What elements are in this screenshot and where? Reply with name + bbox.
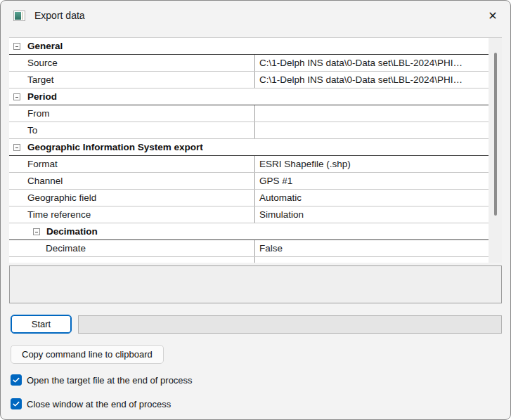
property-row-geographic-field[interactable]: Geographic field Automatic [9, 190, 489, 206]
property-value[interactable]: C:\1-Delph INS data\0-Data set\LBL-2024\… [255, 58, 464, 68]
property-label: Time reference [9, 209, 91, 220]
property-row-channel[interactable]: Channel GPS #1 [9, 173, 489, 190]
export-data-dialog: Export data ✕ General Source C:\1-Delph … [0, 0, 511, 420]
group-label: General [27, 41, 63, 51]
property-value[interactable]: C:\1-Delph INS data\0-Data set\LBL-2024\… [255, 74, 464, 85]
collapse-icon[interactable] [33, 228, 40, 235]
property-row-format[interactable]: Format ESRI Shapefile (.shp) [9, 156, 489, 173]
window-title: Export data [34, 10, 85, 21]
property-row-to[interactable]: To [9, 122, 489, 139]
group-row-general[interactable]: General [9, 38, 489, 55]
group-row-decimation[interactable]: Decimation [9, 223, 489, 240]
property-label: Decimate [9, 243, 86, 254]
close-window-checkbox-row[interactable]: Close window at the end of process [11, 398, 171, 409]
property-row-partial [9, 257, 489, 263]
scrollbar-thumb[interactable] [494, 53, 497, 216]
property-value[interactable]: Automatic [255, 192, 303, 203]
property-label: To [9, 125, 37, 136]
checkbox-label: Close window at the end of process [27, 399, 171, 409]
group-row-period[interactable]: Period [9, 88, 489, 105]
vertical-scrollbar[interactable] [489, 38, 502, 263]
property-row-time-reference[interactable]: Time reference Simulation [9, 206, 489, 223]
property-value[interactable]: ESRI Shapefile (.shp) [255, 159, 352, 169]
group-label: Decimation [46, 226, 98, 237]
start-button[interactable]: Start [11, 315, 72, 334]
group-row-gis-export[interactable]: Geographic Information System export [9, 139, 489, 156]
progress-bar [78, 315, 502, 334]
collapse-icon[interactable] [13, 93, 20, 100]
property-row-target[interactable]: Target C:\1-Delph INS data\0-Data set\LB… [9, 72, 489, 88]
status-log-box [9, 265, 502, 303]
property-value[interactable]: False [255, 243, 284, 254]
title-bar: Export data ✕ [1, 1, 510, 30]
property-row-source[interactable]: Source C:\1-Delph INS data\0-Data set\LB… [9, 55, 489, 72]
property-label: From [9, 108, 50, 119]
property-label: Channel [9, 176, 63, 186]
property-row-from[interactable]: From [9, 105, 489, 122]
open-target-file-checkbox-row[interactable]: Open the target file at the end of proce… [11, 374, 193, 386]
property-value[interactable]: Simulation [255, 209, 305, 220]
copy-command-line-button[interactable]: Copy command line to clipboard [11, 345, 164, 364]
checkbox-checked-icon[interactable] [11, 398, 22, 409]
property-label: Format [9, 159, 58, 169]
checkbox-label: Open the target file at the end of proce… [27, 375, 193, 386]
property-row-decimate[interactable]: Decimate False [9, 240, 489, 257]
close-icon[interactable]: ✕ [484, 6, 502, 25]
property-label: Target [9, 74, 54, 85]
property-label: Source [9, 58, 58, 68]
property-value[interactable]: GPS #1 [255, 176, 294, 186]
property-grid-rows: General Source C:\1-Delph INS data\0-Dat… [9, 38, 489, 263]
collapse-icon[interactable] [13, 144, 20, 151]
checkbox-checked-icon[interactable] [11, 374, 22, 386]
group-label: Geographic Information System export [27, 142, 203, 152]
collapse-icon[interactable] [13, 43, 20, 50]
property-label: Geographic field [9, 192, 96, 203]
property-grid: General Source C:\1-Delph INS data\0-Dat… [9, 37, 502, 263]
app-icon [13, 11, 25, 21]
group-label: Period [27, 91, 57, 102]
